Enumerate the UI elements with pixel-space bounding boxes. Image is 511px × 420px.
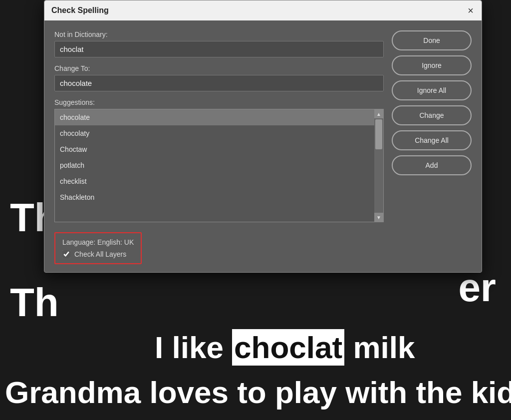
list-item[interactable]: Choctaw <box>55 141 383 157</box>
dialog-body: Not in Dictionary: Change To: Suggestion… <box>44 20 482 232</box>
scrollbar-track: ▲ ▼ <box>374 109 383 222</box>
list-item[interactable]: potlatch <box>55 157 383 173</box>
change-all-button[interactable]: Change All <box>392 130 472 150</box>
suggestions-list: chocolate chocolaty Choctaw potlatch che… <box>55 109 383 222</box>
sentence-suffix: milk <box>344 330 415 365</box>
list-item[interactable]: chocolaty <box>55 125 383 141</box>
close-button[interactable]: × <box>467 5 475 15</box>
dialog-titlebar: Check Spelling × <box>44 0 482 20</box>
change-button[interactable]: Change <box>392 105 472 125</box>
not-in-dict-label: Not in Dictionary: <box>54 30 384 38</box>
check-all-layers-label: Check All Layers <box>74 250 126 258</box>
change-to-label: Change To: <box>54 64 384 72</box>
suggestions-label: Suggestions: <box>54 98 384 106</box>
list-item[interactable]: chocolate <box>55 109 383 125</box>
language-label: Language: English: UK <box>62 238 134 246</box>
scrollbar-thumb[interactable] <box>375 119 382 149</box>
dialog-title: Check Spelling <box>51 6 109 15</box>
dialog-right-panel: Done Ignore Ignore All Change Change All… <box>392 30 472 222</box>
add-button[interactable]: Add <box>392 155 472 175</box>
bg-sentence: I like choclat milk <box>155 330 415 365</box>
suggestions-container: chocolate chocolaty Choctaw potlatch che… <box>54 109 384 222</box>
dialog-left-panel: Not in Dictionary: Change To: Suggestion… <box>54 30 384 222</box>
ignore-button[interactable]: Ignore <box>392 55 472 75</box>
change-to-input[interactable] <box>54 75 384 91</box>
done-button[interactable]: Done <box>392 30 472 50</box>
sentence-prefix: I like <box>155 330 232 365</box>
ignore-all-button[interactable]: Ignore All <box>392 80 472 100</box>
grandma-line: Grandma loves to play with the kids <box>5 375 511 410</box>
scrollbar-down-button[interactable]: ▼ <box>374 213 383 222</box>
bottom-section: Language: English: UK Check All Layers <box>44 232 482 272</box>
check-all-layers-checkbox[interactable] <box>62 250 70 258</box>
list-item[interactable]: checklist <box>55 173 383 189</box>
list-item[interactable]: Shackleton <box>55 189 383 205</box>
check-spelling-dialog: Check Spelling × Not in Dictionary: Chan… <box>44 0 482 273</box>
check-all-layers-row: Check All Layers <box>62 250 134 258</box>
highlighted-word: choclat <box>232 329 344 366</box>
bottom-highlighted-box: Language: English: UK Check All Layers <box>54 232 142 264</box>
scrollbar-up-button[interactable]: ▲ <box>374 109 383 118</box>
not-in-dict-input[interactable] <box>54 41 384 57</box>
bg-text-th2: Th <box>10 280 59 326</box>
